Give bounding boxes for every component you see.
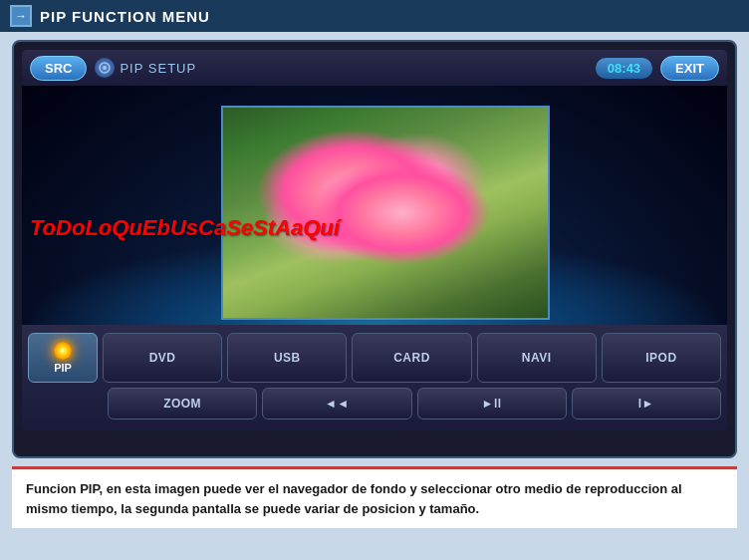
controls-row-2: ZOOM ◄◄ ►ll l► [28,388,721,420]
svg-point-1 [103,66,107,70]
usb-button[interactable]: USB [227,333,347,383]
dvd-button[interactable]: DVD [103,333,222,383]
pip-button[interactable]: PIP [28,333,98,383]
ipod-button[interactable]: IPOD [602,333,721,383]
play-pause-button[interactable]: ►ll [417,388,567,420]
rewind-button[interactable]: ◄◄ [262,388,411,420]
pip-setup-label: PIP SETUP [120,61,196,76]
controls-area: PIP DVD USB CARD NAVI IPOD ZOOM ◄◄ ►ll l… [22,325,727,430]
skip-button[interactable]: l► [572,388,721,420]
title-bar-icon: → [10,5,32,27]
time-display: 08:43 [596,58,652,79]
pip-setup-area: PIP SETUP [95,58,587,78]
pip-video-window[interactable] [221,106,550,320]
description-area: Funcion PIP, en esta imagen puede ver el… [12,466,737,528]
pip-setup-icon [95,58,115,78]
zoom-button[interactable]: ZOOM [108,388,257,420]
exit-button[interactable]: EXIT [660,56,719,81]
description-text: Funcion PIP, en esta imagen puede ver el… [26,479,723,518]
settings-icon [98,61,112,75]
video-area: ToDoLoQuEbUsCaSeStAaQuí [22,86,727,325]
src-button[interactable]: SRC [30,56,87,81]
flower-image [223,108,548,318]
watermark-text: ToDoLoQuEbUsCaSeStAaQuí [30,215,340,241]
title-bar-text: PIP FUNCTION MENU [40,8,210,25]
device-frame: SRC PIP SETUP 08:43 EXIT ToDoLoQuEbUsCaS… [12,40,737,458]
navi-button[interactable]: NAVI [477,333,597,383]
pip-button-label: PIP [54,362,72,374]
top-bar: SRC PIP SETUP 08:43 EXIT [22,50,727,86]
controls-row-1: PIP DVD USB CARD NAVI IPOD [28,333,721,383]
title-bar: → PIP FUNCTION MENU [0,0,749,32]
pip-light-indicator [54,342,72,360]
card-button[interactable]: CARD [352,333,471,383]
